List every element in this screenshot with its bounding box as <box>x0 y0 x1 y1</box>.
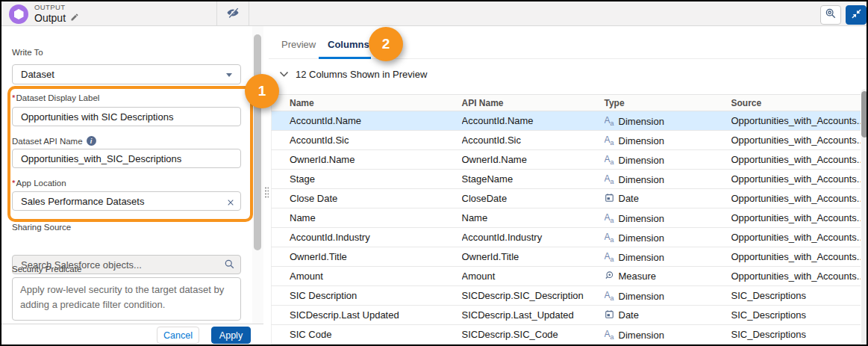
cell-source: Opportunities_with_Accounts... <box>731 150 861 170</box>
table-row[interactable]: SIC CodeSICDescrip.SIC_CodeAaDimensionSI… <box>272 325 861 345</box>
columns-table: Name API Name Type Source AccountId.Name… <box>271 94 861 345</box>
cell-type: AaDimension <box>605 170 731 189</box>
cell-name: AccountId.Sic <box>272 131 462 150</box>
cell-name: AccountId.Industry <box>272 228 462 247</box>
table-row[interactable]: AccountId.NameAccountId.NameAaDimensionO… <box>272 111 861 131</box>
node-chip: OUTPUT Output <box>9 4 79 25</box>
dimension-Aa-icon: Aa <box>605 174 614 185</box>
type-label: Dimension <box>619 155 664 166</box>
cell-name: Close Date <box>272 189 462 208</box>
write-to-label: Write To <box>12 48 241 57</box>
zoom-preview-button[interactable] <box>820 5 841 25</box>
cell-type: Date <box>605 306 731 325</box>
app-location-input[interactable] <box>12 191 241 211</box>
calendar-icon <box>605 193 614 205</box>
dataset-display-label-input[interactable] <box>12 107 241 126</box>
table-row[interactable]: AccountId.SicAccountId.SicAaDimensionOpp… <box>272 131 861 150</box>
hide-preview-button[interactable] <box>223 6 243 22</box>
cell-type: Measure <box>605 267 731 286</box>
table-row[interactable]: SIC DescriptionSICDescrip.SIC_Descriptio… <box>272 286 861 306</box>
config-panel-scrollbar[interactable] <box>254 34 261 250</box>
type-label: Dimension <box>619 252 664 263</box>
node-title: Output <box>34 13 66 24</box>
column-header-api-name[interactable]: API Name <box>462 95 605 111</box>
column-header-source[interactable]: Source <box>731 95 861 111</box>
measure-magnifier-icon <box>605 271 614 282</box>
collapse-editor-button[interactable] <box>846 5 867 25</box>
cell-name: Amount <box>272 267 462 286</box>
table-scrollbar-track <box>861 89 868 346</box>
column-header-type[interactable]: Type <box>605 95 731 111</box>
dimension-Aa-icon: Aa <box>605 135 614 146</box>
pencil-icon[interactable] <box>70 11 79 25</box>
dimension-Aa-icon: Aa <box>605 155 614 166</box>
tab-columns[interactable]: Columns <box>328 39 369 50</box>
cell-type: AaDimension <box>605 247 731 267</box>
type-label: Date <box>619 193 639 204</box>
type-label: Dimension <box>619 330 664 341</box>
dataset-api-name-input[interactable] <box>12 149 241 168</box>
cell-name: SIC Code <box>272 325 462 345</box>
collapse-arrows-icon <box>851 8 862 22</box>
table-row[interactable]: Close DateCloseDateDateOpportunities_wit… <box>272 189 861 208</box>
type-label: Dimension <box>619 116 664 127</box>
node-type-label: OUTPUT <box>34 4 79 11</box>
dimension-Aa-icon: Aa <box>605 116 614 127</box>
cell-source: Opportunities_with_Accounts... <box>731 247 861 267</box>
table-row[interactable]: OwnerId.NameOwnerId.NameAaDimensionOppor… <box>272 150 861 170</box>
header-divider <box>216 1 217 25</box>
cell-source: Opportunities_with_Accounts... <box>731 170 861 189</box>
sharing-source-label: Sharing Source <box>12 223 241 232</box>
cell-source: Opportunities_with_Accounts... <box>731 267 861 286</box>
output-config-panel: Write To Dataset *Dataset Display Label … <box>1 26 263 346</box>
cancel-button[interactable]: Cancel <box>157 327 199 344</box>
security-predicate-label: Security Predicate <box>12 265 241 274</box>
table-row[interactable]: StageStageNameAaDimensionOpportunities_w… <box>272 170 861 189</box>
config-panel-scrollbar-track <box>252 26 263 324</box>
cell-type: AaDimension <box>605 228 731 247</box>
cell-source: SIC_Descriptions <box>731 325 861 345</box>
table-header-row: Name API Name Type Source <box>272 95 861 111</box>
type-label: Dimension <box>619 213 664 224</box>
write-to-select[interactable]: Dataset <box>12 64 241 84</box>
tab-preview[interactable]: Preview <box>281 39 316 50</box>
info-icon[interactable]: i <box>87 136 96 146</box>
columns-count-title: 12 Columns Shown in Preview <box>296 69 427 80</box>
cell-source: Opportunities_with_Accounts... <box>731 131 861 150</box>
cell-name: OwnerId.Title <box>272 247 462 267</box>
calendar-icon <box>605 309 614 321</box>
cell-type: AaDimension <box>605 208 731 228</box>
type-label: Dimension <box>619 291 664 302</box>
magnifier-zoom-icon <box>825 7 837 22</box>
cell-type: AaDimension <box>605 131 731 150</box>
preview-tabbar: Preview Columns <box>269 26 867 59</box>
cell-name: SIC Description <box>272 286 462 306</box>
cell-api-name: SICDescrip.SIC_Code <box>462 325 605 345</box>
table-row[interactable]: AccountId.IndustryAccountId.IndustryAaDi… <box>272 228 861 247</box>
cell-api-name: SICDescrip.Last_Updated <box>462 306 605 325</box>
table-row[interactable]: NameNameAaDimensionOpportunities_with_Ac… <box>272 208 861 228</box>
cell-type: AaDimension <box>605 150 731 170</box>
security-predicate-input[interactable] <box>12 277 241 321</box>
cell-api-name: AccountId.Industry <box>462 228 605 247</box>
close-x-icon[interactable] <box>226 197 235 210</box>
cell-api-name: AccountId.Sic <box>462 131 605 150</box>
cell-source: Opportunities_with_Accounts... <box>731 111 861 131</box>
cell-api-name: OwnerId.Name <box>462 150 605 170</box>
header-divider <box>249 1 249 25</box>
table-row[interactable]: OwnerId.TitleOwnerId.TitleAaDimensionOpp… <box>272 247 861 267</box>
cell-api-name: CloseDate <box>462 189 605 208</box>
cell-source: SIC_Descriptions <box>731 306 861 325</box>
cell-name: SICDescrip.Last Updated <box>272 306 462 325</box>
cell-api-name: SICDescrip.SIC_Description <box>462 286 605 306</box>
table-scrollbar[interactable] <box>861 91 868 138</box>
apply-button[interactable]: Apply <box>211 327 251 344</box>
table-row[interactable]: AmountAmountMeasureOpportunities_with_Ac… <box>272 267 861 286</box>
table-row[interactable]: SICDescrip.Last UpdatedSICDescrip.Last_U… <box>272 306 861 325</box>
annotation-step-1: 1 <box>245 74 279 108</box>
column-header-name[interactable]: Name <box>272 95 462 111</box>
type-label: Measure <box>619 271 657 282</box>
columns-section-header[interactable]: 12 Columns Shown in Preview <box>269 59 867 89</box>
cell-source: SIC_Descriptions <box>731 286 861 306</box>
output-node-editor-window: OUTPUT Output <box>0 0 868 346</box>
